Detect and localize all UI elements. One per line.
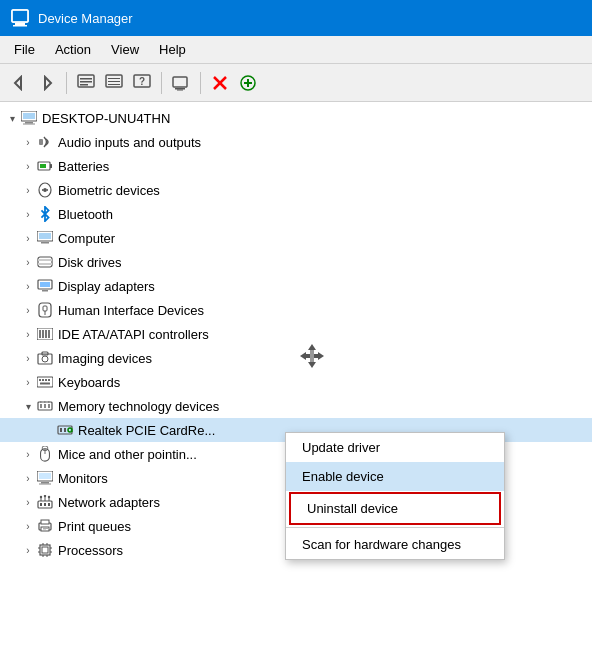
network-label: Network adapters: [58, 495, 160, 510]
processors-icon: [36, 541, 54, 559]
root-expand[interactable]: ▾: [4, 110, 20, 126]
print-icon: [36, 517, 54, 535]
hid-icon: [36, 301, 54, 319]
svg-rect-78: [39, 484, 51, 485]
back-button[interactable]: [6, 70, 32, 96]
mice-icon: [36, 445, 54, 463]
audio-expand[interactable]: ›: [20, 134, 36, 150]
update-driver-button[interactable]: [101, 70, 127, 96]
tree-display[interactable]: › Display adapters: [0, 274, 592, 298]
svg-rect-92: [42, 547, 48, 553]
menu-view[interactable]: View: [101, 39, 149, 60]
processors-expand[interactable]: ›: [20, 542, 36, 558]
menu-help[interactable]: Help: [149, 39, 196, 60]
svg-rect-7: [80, 78, 92, 80]
tree-memory[interactable]: ▾ Memory technology devices: [0, 394, 592, 418]
computer-label: Computer: [58, 231, 115, 246]
svg-rect-31: [40, 164, 46, 168]
svg-rect-80: [40, 503, 42, 506]
root-label: DESKTOP-UNU4THN: [42, 111, 170, 126]
svg-rect-8: [80, 81, 92, 83]
svg-rect-16: [173, 77, 187, 87]
display-expand[interactable]: ›: [20, 278, 36, 294]
svg-rect-58: [48, 379, 50, 381]
tree-computer[interactable]: › Computer: [0, 226, 592, 250]
print-expand[interactable]: ›: [20, 518, 36, 534]
keyboards-expand[interactable]: ›: [20, 374, 36, 390]
context-update-driver[interactable]: Update driver: [286, 433, 504, 462]
context-scan-hardware[interactable]: Scan for hardware changes: [286, 530, 504, 559]
mice-expand[interactable]: ›: [20, 446, 36, 462]
scan-hardware-toolbar-button[interactable]: [168, 70, 194, 96]
ide-icon: [36, 325, 54, 343]
svg-text:?: ?: [139, 76, 145, 87]
properties-view-button[interactable]: [73, 70, 99, 96]
bluetooth-label: Bluetooth: [58, 207, 113, 222]
device-tree[interactable]: ▾ DESKTOP-UNU4THN › Audio inputs and out…: [0, 102, 592, 645]
tree-hid[interactable]: › Human Interface Devices: [0, 298, 592, 322]
menu-file[interactable]: File: [4, 39, 45, 60]
display-icon: [36, 277, 54, 295]
computer-root-icon: [20, 109, 38, 127]
add-device-button[interactable]: [235, 70, 261, 96]
app-icon: [10, 8, 30, 28]
svg-text:↻: ↻: [70, 427, 74, 433]
computer-expand[interactable]: ›: [20, 230, 36, 246]
svg-rect-13: [108, 84, 120, 85]
tree-imaging[interactable]: › Imaging devices: [0, 346, 592, 370]
help-button[interactable]: ?: [129, 70, 155, 96]
tree-keyboards[interactable]: › Keyboards: [0, 370, 592, 394]
svg-rect-62: [44, 404, 46, 408]
svg-rect-55: [39, 379, 41, 381]
svg-rect-56: [42, 379, 44, 381]
context-uninstall-device[interactable]: Uninstall device: [289, 492, 501, 525]
svg-rect-38: [38, 259, 52, 261]
svg-rect-54: [37, 377, 53, 387]
svg-rect-44: [43, 306, 47, 311]
svg-rect-35: [39, 233, 51, 239]
network-expand[interactable]: ›: [20, 494, 36, 510]
bluetooth-expand[interactable]: ›: [20, 206, 36, 222]
batteries-icon: [36, 157, 54, 175]
disk-expand[interactable]: ›: [20, 254, 36, 270]
menu-action[interactable]: Action: [45, 39, 101, 60]
tree-biometric[interactable]: › Biometric devices: [0, 178, 592, 202]
monitors-expand[interactable]: ›: [20, 470, 36, 486]
imaging-icon: [36, 349, 54, 367]
toolbar-sep-1: [66, 72, 67, 94]
svg-rect-11: [108, 78, 120, 79]
svg-rect-82: [48, 503, 50, 506]
svg-rect-25: [23, 113, 35, 119]
delete-button[interactable]: [207, 70, 233, 96]
svg-rect-18: [177, 89, 183, 90]
imaging-expand[interactable]: ›: [20, 350, 36, 366]
tree-audio[interactable]: › Audio inputs and outputs: [0, 130, 592, 154]
batteries-expand[interactable]: ›: [20, 158, 36, 174]
forward-button[interactable]: [34, 70, 60, 96]
realtek-expand: [40, 422, 56, 438]
processors-label: Processors: [58, 543, 123, 558]
svg-point-33: [44, 189, 47, 192]
context-menu-separator: [286, 527, 504, 528]
svg-rect-30: [50, 164, 52, 168]
monitors-icon: [36, 469, 54, 487]
context-enable-device[interactable]: Enable device: [286, 462, 504, 491]
svg-rect-66: [48, 401, 50, 403]
memory-expand[interactable]: ▾: [20, 398, 36, 414]
tree-disk[interactable]: › Disk drives: [0, 250, 592, 274]
svg-rect-87: [41, 520, 49, 524]
svg-rect-39: [38, 263, 52, 265]
tree-batteries[interactable]: › Batteries: [0, 154, 592, 178]
tree-bluetooth[interactable]: › Bluetooth: [0, 202, 592, 226]
svg-rect-76: [39, 473, 51, 479]
toolbar: ?: [0, 64, 592, 102]
tree-ide[interactable]: › IDE ATA/ATAPI controllers: [0, 322, 592, 346]
svg-rect-26: [25, 122, 33, 124]
svg-point-84: [44, 495, 46, 497]
toolbar-sep-3: [200, 72, 201, 94]
tree-root[interactable]: ▾ DESKTOP-UNU4THN: [0, 106, 592, 130]
hid-expand[interactable]: ›: [20, 302, 36, 318]
ide-expand[interactable]: ›: [20, 326, 36, 342]
biometric-expand[interactable]: ›: [20, 182, 36, 198]
computer-icon: [36, 229, 54, 247]
